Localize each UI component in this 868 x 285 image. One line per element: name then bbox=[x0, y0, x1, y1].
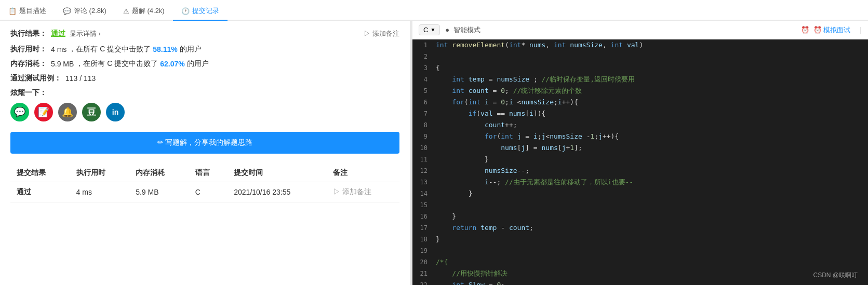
douban-icon[interactable]: 豆 bbox=[82, 103, 101, 121]
code-line-16: 16 } bbox=[412, 211, 868, 222]
tab-submissions[interactable]: 🕐 提交记录 bbox=[173, 2, 228, 21]
main-container: 执行结果： 通过 显示详情 › ▷ 添加备注 执行用时： 4 ms ，在所有 C… bbox=[0, 21, 868, 285]
tab-solutions[interactable]: ⚠ 题解 (4.2k) bbox=[115, 2, 173, 21]
submissions-icon: 🕐 bbox=[181, 7, 190, 15]
code-line-9: 9 for(int j = i;j<numsSize -1;j++){ bbox=[412, 131, 868, 142]
memory-value: 5.9 MB bbox=[51, 60, 74, 68]
row-language: C bbox=[189, 182, 228, 202]
code-line-5: 5 int count = 0; //统计移除元素的个数 bbox=[412, 85, 868, 97]
mock-interview-button[interactable]: ⏰ ⏰ 模拟面试 bbox=[801, 25, 851, 35]
result-status[interactable]: 通过 bbox=[51, 29, 65, 38]
code-line-11: 11 } bbox=[412, 154, 868, 165]
row-status[interactable]: 通过 bbox=[10, 182, 70, 202]
memory-percent: 62.07% bbox=[160, 60, 184, 68]
code-line-4: 4 int temp = numsSize ; //临时保存变量,返回时候要用 bbox=[412, 74, 868, 85]
weibo-icon[interactable]: 📝 bbox=[34, 103, 53, 121]
code-line-1: 1 int removeElement(int* nums, int numsS… bbox=[412, 39, 868, 51]
col-runtime: 执行用时 bbox=[70, 164, 130, 182]
test-case-label: 通过测试用例： bbox=[10, 74, 61, 83]
runtime-label: 执行用时： bbox=[10, 45, 47, 54]
memory-suffix: ，在所有 C 提交中击败了 bbox=[76, 59, 158, 69]
code-line-6: 6 for(int i = 0;i <numsSize;i++){ bbox=[412, 97, 868, 108]
code-line-10: 10 nums[j] = nums[j+1]; bbox=[412, 142, 868, 154]
bell-icon[interactable]: 🔔 bbox=[58, 103, 77, 121]
test-case-value: 113 / 113 bbox=[65, 74, 96, 83]
memory-row: 内存消耗： 5.9 MB ，在所有 C 提交中击败了 62.07% 的用户 bbox=[10, 59, 399, 69]
submission-table: 提交结果 执行用时 内存消耗 语言 提交时间 备注 通过 4 ms 5.9 MB… bbox=[10, 164, 399, 202]
code-line-15: 15 bbox=[412, 199, 868, 211]
row-time: 2021/10/16 23:55 bbox=[228, 182, 327, 202]
add-note-button[interactable]: ▷ 添加备注 bbox=[364, 29, 399, 38]
description-icon: 📋 bbox=[8, 7, 17, 15]
code-line-19: 19 bbox=[412, 245, 868, 256]
tab-description[interactable]: 📋 题目描述 bbox=[0, 2, 55, 21]
write-solution-button[interactable]: ✏ 写题解，分享我的解题思路 bbox=[10, 132, 399, 154]
language-selector[interactable]: C ▼ bbox=[419, 24, 440, 35]
result-row: 执行结果： 通过 显示详情 › ▷ 添加备注 bbox=[10, 29, 399, 38]
code-line-21: 21 //用快慢指针解决 bbox=[412, 268, 868, 279]
runtime-suffix2: 的用户 bbox=[180, 45, 202, 54]
right-panel: C ▼ ● 智能模式 ⏰ ⏰ 模拟面试 | 1 int removeElemen… bbox=[412, 21, 868, 285]
code-editor[interactable]: 1 int removeElement(int* nums, int numsS… bbox=[412, 39, 868, 285]
runtime-suffix: ，在所有 C 提交中击败了 bbox=[69, 45, 151, 54]
row-memory: 5.9 MB bbox=[129, 182, 189, 202]
col-language: 语言 bbox=[189, 164, 228, 182]
runtime-value: 4 ms bbox=[51, 45, 66, 53]
col-memory: 内存消耗 bbox=[129, 164, 189, 182]
comment-icon: 💬 bbox=[63, 7, 71, 15]
code-line-14: 14 } bbox=[412, 188, 868, 199]
code-line-20: 20 /*{ bbox=[412, 256, 868, 268]
watermark: CSDN @咲啊叮 bbox=[813, 271, 858, 280]
celebrate-label: 炫耀一下： bbox=[10, 88, 399, 98]
col-time: 提交时间 bbox=[228, 164, 327, 182]
test-case-row: 通过测试用例： 113 / 113 bbox=[10, 74, 399, 83]
linkedin-icon[interactable]: in bbox=[106, 103, 125, 121]
smart-mode-toggle[interactable]: ● 智能模式 bbox=[445, 25, 480, 35]
code-line-2: 2 bbox=[412, 51, 868, 62]
col-status: 提交结果 bbox=[10, 164, 70, 182]
editor-header: C ▼ ● 智能模式 ⏰ ⏰ 模拟面试 | bbox=[412, 21, 868, 39]
separator-icon: | bbox=[860, 26, 862, 34]
runtime-row: 执行用时： 4 ms ，在所有 C 提交中击败了 58.11% 的用户 bbox=[10, 45, 399, 54]
runtime-percent: 58.11% bbox=[153, 45, 177, 53]
code-line-18: 18 } bbox=[412, 234, 868, 245]
wechat-icon[interactable]: 💬 bbox=[10, 103, 29, 121]
col-note: 备注 bbox=[327, 164, 399, 182]
row-runtime: 4 ms bbox=[70, 182, 130, 202]
code-line-7: 7 if(val == nums[i]){ bbox=[412, 108, 868, 119]
code-line-22: 22 int Slow = 0; bbox=[412, 279, 868, 285]
smart-mode-dot: ● bbox=[445, 26, 449, 34]
left-panel: 执行结果： 通过 显示详情 › ▷ 添加备注 执行用时： 4 ms ，在所有 C… bbox=[0, 21, 410, 285]
language-value: C bbox=[423, 26, 428, 34]
add-note-row-button[interactable]: ▷ 添加备注 bbox=[333, 187, 393, 197]
mock-interview-label: ⏰ 模拟面试 bbox=[813, 25, 851, 35]
code-line-12: 12 numsSize--; bbox=[412, 165, 868, 177]
code-line-17: 17 return temp - count; bbox=[412, 222, 868, 234]
clock-icon: ⏰ bbox=[801, 26, 809, 34]
tab-comments[interactable]: 💬 评论 (2.8k) bbox=[55, 2, 115, 21]
table-row: 通过 4 ms 5.9 MB C 2021/10/16 23:55 ▷ 添加备注 bbox=[10, 182, 399, 202]
smart-mode-label: 智能模式 bbox=[453, 25, 480, 35]
memory-label: 内存消耗： bbox=[10, 59, 47, 69]
code-line-13: 13 i--; //由于元素都是往前移动了，所以i也要-- bbox=[412, 177, 868, 188]
tab-bar: 📋 题目描述 💬 评论 (2.8k) ⚠ 题解 (4.2k) 🕐 提交记录 bbox=[0, 0, 868, 21]
result-detail-link[interactable]: 显示详情 › bbox=[70, 29, 101, 38]
code-line-8: 8 count++; bbox=[412, 119, 868, 131]
chevron-down-icon: ▼ bbox=[430, 27, 435, 33]
solutions-icon: ⚠ bbox=[123, 7, 129, 15]
row-note[interactable]: ▷ 添加备注 bbox=[327, 182, 399, 202]
code-line-3: 3 { bbox=[412, 62, 868, 74]
memory-suffix2: 的用户 bbox=[187, 59, 209, 69]
result-label: 执行结果： bbox=[10, 29, 47, 38]
social-icons: 💬 📝 🔔 豆 in bbox=[10, 103, 399, 121]
